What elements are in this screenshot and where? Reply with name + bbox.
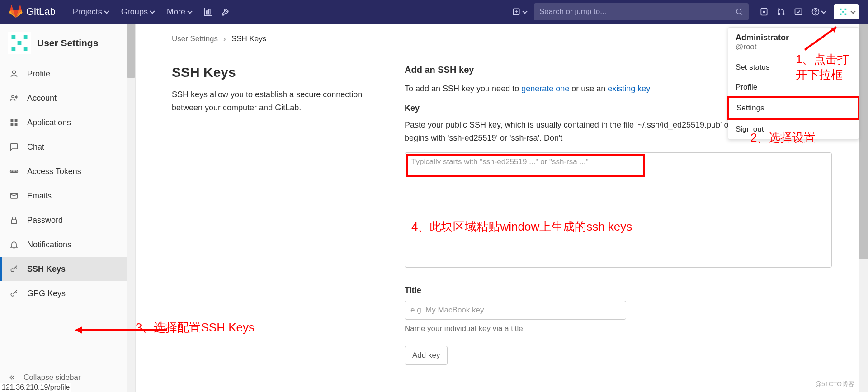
svg-rect-24: [18, 41, 22, 45]
chat-icon: [9, 142, 19, 152]
help-icon[interactable]: [811, 7, 826, 16]
search-icon: [735, 8, 743, 16]
page-heading: SSH Keys: [172, 65, 377, 80]
user-dropdown: Administrator @root Set status Profile S…: [728, 27, 859, 140]
sidebar-item-tokens[interactable]: Access Tokens: [0, 159, 135, 184]
avatar-icon: [838, 6, 849, 17]
key-icon: [9, 264, 19, 274]
gitlab-logo[interactable]: GitLab: [9, 5, 56, 19]
bell-icon: [9, 240, 19, 250]
new-dropdown[interactable]: [512, 8, 527, 16]
dropdown-header: Administrator @root: [728, 28, 859, 57]
svg-rect-23: [24, 35, 28, 39]
activity-icon[interactable]: [203, 7, 213, 17]
link-generate[interactable]: generate one: [521, 84, 569, 93]
merge-request-icon[interactable]: [777, 7, 786, 16]
link-existing[interactable]: existing key: [608, 84, 650, 93]
applications-icon: [9, 118, 19, 128]
svg-rect-39: [11, 220, 17, 223]
svg-point-40: [11, 269, 14, 272]
svg-point-10: [778, 13, 779, 14]
sidebar-item-emails[interactable]: Emails: [0, 184, 135, 208]
token-icon: [9, 166, 19, 176]
sidebar-item-ssh-keys[interactable]: SSH Keys: [0, 257, 135, 281]
svg-rect-12: [795, 9, 802, 14]
svg-point-27: [13, 71, 16, 74]
svg-rect-17: [845, 9, 847, 10]
svg-point-41: [11, 293, 14, 296]
svg-point-11: [783, 13, 784, 14]
breadcrumb-parent[interactable]: User Settings: [172, 34, 218, 43]
sidebar-header: User Settings: [0, 24, 135, 61]
status-bar-url: 121.36.210.19/profile: [0, 383, 71, 392]
title-label: Title: [405, 286, 832, 295]
svg-rect-22: [12, 35, 16, 39]
nav-projects[interactable]: Projects: [66, 4, 115, 20]
collapse-sidebar[interactable]: Collapse sidebar: [0, 373, 90, 382]
page-description: SSH keys allow you to establish a secure…: [172, 88, 377, 114]
sidebar-item-chat[interactable]: Chat: [0, 135, 135, 159]
svg-rect-16: [840, 9, 842, 10]
menu-sign-out[interactable]: Sign out: [728, 119, 859, 139]
svg-rect-25: [12, 47, 16, 51]
svg-point-35: [12, 171, 13, 172]
svg-point-29: [15, 96, 17, 98]
account-icon: [9, 93, 19, 103]
sidebar-item-notifications[interactable]: Notifications: [0, 232, 135, 257]
svg-rect-33: [15, 123, 18, 126]
sidebar-item-applications[interactable]: Applications: [0, 110, 135, 135]
sidebar: User Settings Profile Account Applicatio…: [0, 24, 136, 392]
wrench-icon[interactable]: [221, 7, 231, 17]
search-input[interactable]: [539, 7, 735, 16]
svg-point-28: [12, 95, 14, 98]
svg-rect-0: [206, 11, 208, 14]
watermark: @51CTO博客: [815, 380, 854, 388]
avatar-icon: [8, 32, 31, 54]
profile-icon: [9, 69, 19, 79]
sidebar-title: User Settings: [37, 38, 98, 48]
svg-rect-18: [842, 11, 844, 13]
sidebar-scrollbar[interactable]: [127, 24, 135, 392]
key-textarea[interactable]: [411, 157, 825, 263]
plus-box-icon: [512, 8, 520, 16]
chevron-left-icon: [9, 373, 17, 382]
key-icon: [9, 288, 19, 298]
sidebar-item-account[interactable]: Account: [0, 86, 135, 110]
issues-icon[interactable]: [760, 7, 769, 16]
user-menu-button[interactable]: [834, 4, 859, 19]
nav-more[interactable]: More: [160, 4, 198, 20]
main-scrollbar[interactable]: [859, 24, 868, 392]
email-icon: [9, 191, 19, 201]
menu-profile[interactable]: Profile: [728, 77, 859, 97]
svg-rect-1: [209, 9, 210, 14]
svg-rect-26: [24, 47, 28, 51]
sidebar-item-profile[interactable]: Profile: [0, 61, 135, 86]
user-handle: @root: [736, 43, 851, 52]
svg-point-8: [763, 11, 764, 12]
menu-settings[interactable]: Settings: [727, 96, 859, 120]
nav-groups[interactable]: Groups: [115, 4, 160, 20]
svg-point-5: [736, 9, 741, 14]
key-textarea-wrapper: [405, 152, 832, 268]
add-key-button[interactable]: Add key: [405, 346, 448, 365]
menu-set-status[interactable]: Set status: [728, 57, 859, 77]
title-hint: Name your individual key via a title: [405, 324, 832, 333]
sidebar-item-gpg-keys[interactable]: GPG Keys: [0, 281, 135, 306]
svg-rect-20: [845, 14, 847, 15]
lock-icon: [9, 215, 19, 225]
top-navbar: GitLab Projects Groups More: [0, 0, 868, 24]
svg-point-37: [15, 171, 16, 172]
sidebar-item-password[interactable]: Password: [0, 208, 135, 232]
title-input[interactable]: [405, 301, 626, 320]
svg-point-14: [816, 14, 816, 14]
svg-rect-30: [11, 119, 14, 122]
svg-rect-31: [15, 119, 18, 122]
breadcrumb-current: SSH Keys: [231, 34, 266, 43]
svg-rect-19: [840, 14, 842, 15]
search-bar[interactable]: [534, 3, 749, 20]
todo-icon[interactable]: [794, 7, 803, 16]
user-name: Administrator: [736, 33, 851, 43]
svg-rect-32: [11, 123, 14, 126]
gitlab-icon: [9, 5, 23, 19]
svg-point-9: [778, 9, 779, 10]
